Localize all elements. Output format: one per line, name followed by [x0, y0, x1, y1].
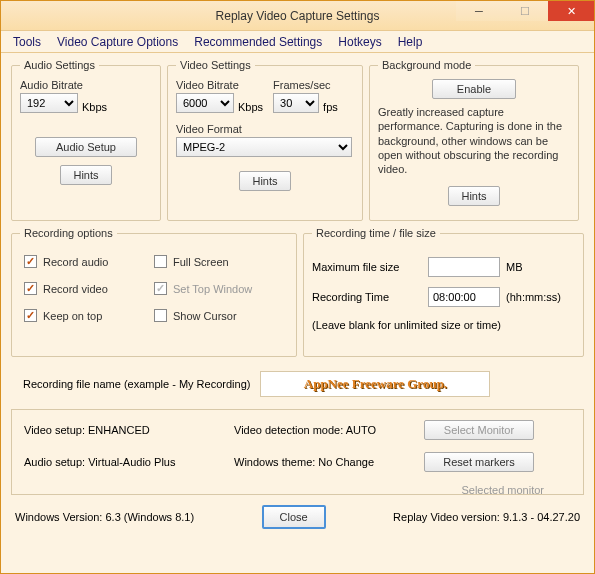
recording-time-group: Recording time / file size Maximum file … [303, 227, 584, 357]
reset-markers-button[interactable]: Reset markers [424, 452, 534, 472]
audio-bitrate-label: Audio Bitrate [20, 79, 152, 91]
video-format-select[interactable]: MPEG-2 [176, 137, 352, 157]
record-video-label: Record video [43, 283, 108, 295]
watermark-text: AppNee Freeware Group. [304, 376, 447, 392]
video-settings-legend: Video Settings [176, 59, 255, 71]
audio-settings-legend: Audio Settings [20, 59, 99, 71]
audio-setup-button[interactable]: Audio Setup [35, 137, 137, 157]
video-format-label: Video Format [176, 123, 354, 135]
show-cursor-label: Show Cursor [173, 310, 237, 322]
recording-options-legend: Recording options [20, 227, 117, 239]
background-mode-legend: Background mode [378, 59, 475, 71]
minimize-button[interactable]: ─ [456, 1, 502, 21]
record-audio-checkbox[interactable]: Record audio [24, 255, 154, 268]
background-description: Greatly increased capture performance. C… [378, 105, 570, 176]
recording-options-group: Recording options Record audio Full Scre… [11, 227, 297, 357]
set-top-window-label: Set Top Window [173, 283, 252, 295]
menu-tools[interactable]: Tools [7, 33, 47, 51]
checkbox-icon [24, 282, 37, 295]
recording-time-legend: Recording time / file size [312, 227, 440, 239]
max-file-size-label: Maximum file size [312, 261, 422, 273]
recording-time-label: Recording Time [312, 291, 422, 303]
enable-background-button[interactable]: Enable [432, 79, 516, 99]
video-hints-button[interactable]: Hints [239, 171, 290, 191]
recording-time-input[interactable] [428, 287, 500, 307]
audio-hints-button[interactable]: Hints [60, 165, 111, 185]
close-window-button[interactable]: ✕ [548, 1, 594, 21]
full-screen-label: Full Screen [173, 256, 229, 268]
video-setup-status: Video setup: ENHANCED [24, 424, 234, 436]
select-monitor-button: Select Monitor [424, 420, 534, 440]
menubar: Tools Video Capture Options Recommended … [1, 31, 594, 53]
audio-setup-status: Audio setup: Virtual-Audio Plus [24, 456, 234, 468]
keep-on-top-checkbox[interactable]: Keep on top [24, 309, 154, 322]
show-cursor-checkbox[interactable]: Show Cursor [154, 309, 284, 322]
menu-video-capture-options[interactable]: Video Capture Options [51, 33, 184, 51]
set-top-window-checkbox: Set Top Window [154, 282, 284, 295]
record-video-checkbox[interactable]: Record video [24, 282, 154, 295]
max-file-size-unit: MB [506, 261, 523, 273]
fps-label: Frames/sec [273, 79, 338, 91]
titlebar: Replay Video Capture Settings ─ ☐ ✕ [1, 1, 594, 31]
audio-settings-group: Audio Settings Audio Bitrate 192 Kbps Au… [11, 59, 161, 221]
fps-select[interactable]: 30 [273, 93, 319, 113]
checkbox-icon [154, 309, 167, 322]
filename-label: Recording file name (example - My Record… [23, 378, 250, 390]
recording-time-unit: (hh:mm:ss) [506, 291, 561, 303]
audio-bitrate-select[interactable]: 192 [20, 93, 78, 113]
background-hints-button[interactable]: Hints [448, 186, 499, 206]
checkbox-icon [154, 282, 167, 295]
record-audio-label: Record audio [43, 256, 108, 268]
video-bitrate-select[interactable]: 6000 [176, 93, 234, 113]
window-buttons: ─ ☐ ✕ [456, 1, 594, 23]
video-settings-group: Video Settings Video Bitrate 6000 Kbps F… [167, 59, 363, 221]
recording-time-note: (Leave blank for unlimited size or time) [312, 319, 575, 331]
menu-help[interactable]: Help [392, 33, 429, 51]
maximize-button[interactable]: ☐ [502, 1, 548, 21]
close-button[interactable]: Close [262, 505, 326, 529]
filename-input[interactable]: AppNee Freeware Group. [260, 371, 490, 397]
selected-monitor-label: Selected monitor [424, 484, 544, 496]
content: Audio Settings Audio Bitrate 192 Kbps Au… [1, 53, 594, 573]
checkbox-icon [24, 309, 37, 322]
max-file-size-input[interactable] [428, 257, 500, 277]
windows-theme-status: Windows theme: No Change [234, 456, 424, 468]
status-box: Video setup: ENHANCED Video detection mo… [11, 409, 584, 495]
keep-on-top-label: Keep on top [43, 310, 102, 322]
video-detection-status: Video detection mode: AUTO [234, 424, 424, 436]
app-version: Replay Video version: 9.1.3 - 04.27.20 [393, 511, 580, 523]
video-bitrate-label: Video Bitrate [176, 79, 263, 91]
windows-version: Windows Version: 6.3 (Windows 8.1) [15, 511, 194, 523]
menu-hotkeys[interactable]: Hotkeys [332, 33, 387, 51]
full-screen-checkbox[interactable]: Full Screen [154, 255, 284, 268]
checkbox-icon [24, 255, 37, 268]
menu-recommended-settings[interactable]: Recommended Settings [188, 33, 328, 51]
checkbox-icon [154, 255, 167, 268]
fps-unit: fps [323, 101, 338, 113]
audio-bitrate-unit: Kbps [82, 101, 107, 113]
video-bitrate-unit: Kbps [238, 101, 263, 113]
background-mode-group: Background mode Enable Greatly increased… [369, 59, 579, 221]
